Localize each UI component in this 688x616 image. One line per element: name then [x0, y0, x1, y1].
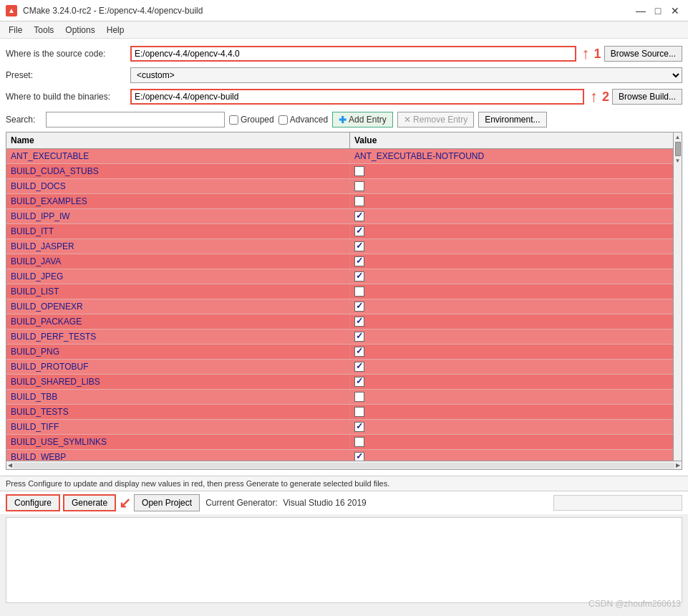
scroll-left-arrow[interactable]: ◀ — [6, 462, 14, 468]
environment-button[interactable]: Environment... — [478, 112, 546, 127]
cell-checkbox[interactable] — [354, 287, 364, 297]
watermark: CSDN @zhoufm260613 — [588, 599, 681, 609]
cell-value — [350, 314, 673, 329]
build-input[interactable] — [130, 89, 584, 105]
table-row: BUILD_TBB — [6, 390, 673, 405]
cell-name: BUILD_TIFF — [6, 420, 350, 434]
scroll-right-arrow[interactable]: ▶ — [674, 462, 682, 468]
table-row: ANT_EXECUTABLEANT_EXECUTABLE-NOTFOUND — [6, 149, 673, 164]
generator-label: Current Generator: Visual Studio 16 2019 — [205, 498, 367, 508]
cell-value — [350, 390, 673, 404]
cell-name: BUILD_JPEG — [6, 269, 350, 284]
cell-name: BUILD_IPP_IW — [6, 209, 350, 223]
table-row: BUILD_PACKAGE — [6, 314, 673, 329]
preset-select[interactable]: <custom> — [130, 67, 682, 83]
cell-value — [350, 269, 673, 284]
table-row: BUILD_ITT — [6, 224, 673, 239]
cell-checkbox[interactable] — [354, 166, 364, 176]
main-panel: Where is the source code: ↑ 1 Browse Sou… — [0, 39, 688, 476]
advanced-checkbox-group: Advanced — [278, 115, 328, 125]
scroll-up-arrow[interactable]: ▲ — [675, 134, 681, 140]
cell-checkbox[interactable] — [354, 271, 364, 281]
grouped-checkbox[interactable] — [229, 115, 238, 125]
menu-tools[interactable]: Tools — [28, 24, 59, 37]
table-row: BUILD_JAVA — [6, 254, 673, 269]
grouped-checkbox-group: Grouped — [229, 115, 274, 125]
source-row: Where is the source code: ↑ 1 Browse Sou… — [6, 44, 682, 63]
arrow-2-icon: ↑ — [590, 87, 598, 106]
cell-checkbox[interactable] — [354, 377, 364, 387]
cell-checkbox[interactable] — [354, 181, 364, 191]
scroll-thumb[interactable] — [675, 142, 681, 156]
cell-name: BUILD_PACKAGE — [6, 314, 350, 329]
cell-value — [350, 360, 673, 374]
generate-button[interactable]: Generate — [63, 494, 116, 511]
plus-icon: ✚ — [339, 115, 347, 125]
source-input[interactable] — [130, 46, 576, 62]
cell-name: BUILD_WEBP — [6, 450, 350, 461]
open-project-button[interactable]: Open Project — [134, 494, 200, 511]
cell-checkbox[interactable] — [354, 226, 364, 236]
cell-checkbox[interactable] — [354, 317, 364, 327]
search-input[interactable] — [46, 112, 225, 127]
source-label: Where is the source code: — [6, 49, 127, 59]
table-row: BUILD_IPP_IW — [6, 209, 673, 224]
table-row: BUILD_LIST — [6, 284, 673, 299]
table-scroll-area[interactable]: Name Value ANT_EXECUTABLEANT_EXECUTABLE-… — [6, 133, 673, 461]
table-row: BUILD_TIFF — [6, 420, 673, 435]
table-body: ANT_EXECUTABLEANT_EXECUTABLE-NOTFOUNDBUI… — [6, 149, 673, 461]
browse-source-button[interactable]: Browse Source... — [604, 46, 682, 62]
remove-entry-button[interactable]: ✕ Remove Entry — [397, 112, 474, 127]
cell-name: BUILD_ITT — [6, 224, 350, 239]
cell-value — [350, 405, 673, 419]
cell-checkbox[interactable] — [354, 347, 364, 357]
cell-checkbox[interactable] — [354, 332, 364, 342]
title-bar-text: CMake 3.24.0-rc2 - E:/opencv-4.4/opencv-… — [23, 6, 628, 16]
cell-value — [350, 164, 673, 178]
maximize-button[interactable]: □ — [651, 4, 665, 18]
remove-entry-label: ✕ Remove Entry — [404, 115, 467, 125]
minimize-button[interactable]: — — [634, 4, 648, 18]
cell-checkbox[interactable] — [354, 241, 364, 251]
table-row: BUILD_SHARED_LIBS — [6, 375, 673, 390]
add-entry-button[interactable]: ✚ Add Entry — [332, 112, 393, 127]
close-button[interactable]: ✕ — [668, 4, 682, 18]
cell-name: BUILD_OPENEXR — [6, 299, 350, 314]
cell-checkbox[interactable] — [354, 452, 364, 461]
cell-checkbox[interactable] — [354, 392, 364, 402]
cell-name: ANT_EXECUTABLE — [6, 149, 350, 163]
status-bar: Press Configure to update and display ne… — [0, 476, 688, 491]
cell-name: BUILD_USE_SYMLINKS — [6, 435, 350, 449]
menu-file[interactable]: File — [3, 24, 28, 37]
cell-checkbox[interactable] — [354, 196, 364, 206]
cell-name: BUILD_DOCS — [6, 179, 350, 193]
preset-row: Preset: <custom> — [6, 67, 682, 83]
scroll-down-arrow[interactable]: ▼ — [675, 158, 681, 164]
title-bar: ▲ CMake 3.24.0-rc2 - E:/opencv-4.4/openc… — [0, 0, 688, 21]
cell-checkbox[interactable] — [354, 302, 364, 312]
table-row: BUILD_PERF_TESTS — [6, 329, 673, 345]
arrow-1-icon: ↑ — [582, 44, 590, 63]
cell-checkbox[interactable] — [354, 211, 364, 221]
menu-options[interactable]: Options — [59, 24, 100, 37]
cell-name: BUILD_TESTS — [6, 405, 350, 419]
menu-help[interactable]: Help — [101, 24, 130, 37]
cell-name: BUILD_SHARED_LIBS — [6, 375, 350, 389]
configure-button[interactable]: Configure — [6, 494, 60, 511]
cell-checkbox[interactable] — [354, 407, 364, 417]
cell-checkbox[interactable] — [354, 422, 364, 432]
preset-label: Preset: — [6, 70, 127, 80]
add-entry-label: Add Entry — [349, 115, 387, 125]
cell-value — [350, 375, 673, 389]
cell-checkbox[interactable] — [354, 256, 364, 266]
vertical-scrollbar[interactable]: ▲ ▼ — [673, 133, 682, 461]
cell-checkbox[interactable] — [354, 362, 364, 372]
advanced-checkbox[interactable] — [278, 115, 288, 125]
build-row: Where to build the binaries: ↑ 2 Browse … — [6, 87, 682, 106]
cell-value — [350, 209, 673, 223]
cell-checkbox[interactable] — [354, 437, 364, 447]
cell-name: BUILD_PROTOBUF — [6, 360, 350, 374]
browse-build-button[interactable]: Browse Build... — [612, 89, 682, 105]
horizontal-scrollbar[interactable]: ◀ ▶ — [6, 461, 682, 470]
table-row: BUILD_TESTS — [6, 405, 673, 420]
